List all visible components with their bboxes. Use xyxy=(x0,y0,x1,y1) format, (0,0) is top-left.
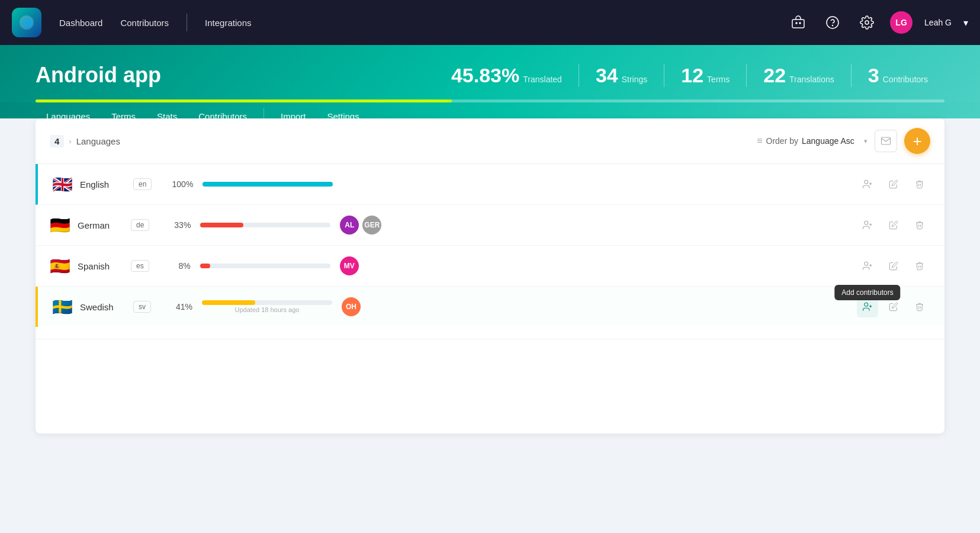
flag-german: 🇩🇪 xyxy=(50,216,70,235)
language-rows-container: 🇬🇧 English en 100% xyxy=(36,164,944,327)
svg-point-3 xyxy=(796,23,797,24)
stat-terms: 12 Terms xyxy=(664,64,747,87)
project-progress-bar xyxy=(36,99,944,102)
delete-button-german[interactable] xyxy=(909,214,930,236)
language-code-english: en xyxy=(133,178,152,190)
stat-translated: 45.83% Translated xyxy=(435,64,579,87)
add-contributor-tooltip-wrap: Add contributors xyxy=(857,255,878,277)
language-code-spanish: es xyxy=(131,260,149,272)
edit-button-spanish[interactable] xyxy=(883,255,904,277)
language-code-german: de xyxy=(131,219,149,231)
panel-actions: ≡ Order by Language Asc Language Desc Pr… xyxy=(757,128,930,154)
translations-num: 22 xyxy=(763,64,786,87)
progress-fill-spanish xyxy=(200,264,211,268)
cart-icon-button[interactable] xyxy=(787,11,809,34)
nav-integrations[interactable]: Integrations xyxy=(205,18,251,28)
delete-button-spanish[interactable] xyxy=(909,255,930,277)
add-contributor-button-german[interactable] xyxy=(857,214,878,236)
contributors-swedish: OH xyxy=(342,297,847,316)
language-actions-english xyxy=(857,174,930,195)
help-icon-button[interactable] xyxy=(821,11,844,34)
order-select[interactable]: Language Asc Language Desc Progress Asc … xyxy=(802,136,860,146)
user-dropdown-chevron[interactable]: ▾ xyxy=(963,17,968,28)
strings-label: Strings xyxy=(622,75,648,84)
translations-label: Translations xyxy=(789,75,834,84)
app-logo: 🌐 xyxy=(12,8,41,37)
edit-button-swedish[interactable] xyxy=(883,296,904,317)
header-top: Android app 45.83% Translated 34 Strings… xyxy=(36,63,944,88)
contributors-german: AL GER xyxy=(340,216,847,235)
top-navigation: 🌐 Dashboard Contributors Integrations LG… xyxy=(0,0,980,45)
svg-point-13 xyxy=(865,262,868,265)
tab-settings[interactable]: Settings xyxy=(317,102,370,130)
svg-text:🌐: 🌐 xyxy=(23,18,33,28)
order-icon: ≡ xyxy=(757,136,762,146)
nav-contributors[interactable]: Contributors xyxy=(120,18,169,28)
nav-right: LG Leah G ▾ xyxy=(787,11,968,34)
settings-icon-button[interactable] xyxy=(856,11,878,34)
stat-strings: 34 Strings xyxy=(579,64,664,87)
progress-fill-german xyxy=(200,223,243,227)
user-avatar[interactable]: LG xyxy=(890,11,912,34)
delete-button-swedish[interactable] xyxy=(909,296,930,317)
language-name-english: English xyxy=(80,179,127,190)
language-pct-german: 33% xyxy=(161,220,191,230)
panel-empty-area xyxy=(36,339,944,434)
add-language-button[interactable]: + xyxy=(904,128,930,154)
user-name[interactable]: Leah G xyxy=(924,18,952,27)
translated-label: Translated xyxy=(523,75,562,84)
strings-num: 34 xyxy=(596,64,618,87)
flag-spanish: 🇪🇸 xyxy=(50,256,70,276)
flag-english: 🇬🇧 xyxy=(52,175,73,194)
contributors-spanish: MV xyxy=(340,256,847,275)
tab-languages[interactable]: Languages xyxy=(36,102,101,130)
svg-point-16 xyxy=(865,303,868,306)
stat-translations: 22 Translations xyxy=(747,64,852,87)
progress-bar-german xyxy=(200,223,330,227)
nav-dashboard[interactable]: Dashboard xyxy=(59,18,102,28)
contributor-avatar-al: AL xyxy=(340,216,359,235)
tab-import[interactable]: Import xyxy=(270,102,317,130)
language-pct-english: 100% xyxy=(163,179,193,189)
contributors-label: Contributors xyxy=(883,75,928,84)
project-title: Android app xyxy=(36,63,161,88)
language-row: 🇩🇪 German de 33% AL GER xyxy=(36,205,944,246)
nav-divider xyxy=(187,14,187,31)
progress-bar-swedish xyxy=(202,300,332,305)
language-pct-spanish: 8% xyxy=(161,261,191,271)
mail-button[interactable] xyxy=(875,130,897,152)
add-contributor-button-swedish[interactable] xyxy=(857,296,878,317)
language-name-swedish: Swedish xyxy=(80,302,127,312)
language-row: 🇪🇸 Spanish es 8% MV Add contributors xyxy=(36,246,944,287)
header-banner: Android app 45.83% Translated 34 Strings… xyxy=(0,45,980,102)
svg-point-4 xyxy=(799,23,801,24)
language-row: 🇸🇪 Swedish sv 41% Updated 18 hours ago O… xyxy=(36,287,944,327)
language-pct-swedish: 41% xyxy=(163,302,192,312)
language-name-german: German xyxy=(78,220,125,230)
tab-stats[interactable]: Stats xyxy=(146,102,188,130)
languages-panel: 4 › Languages ≡ Order by Language Asc La… xyxy=(36,118,944,434)
progress-fill-english xyxy=(203,182,333,187)
tab-terms[interactable]: Terms xyxy=(101,102,146,130)
add-contributor-button-english[interactable] xyxy=(857,174,878,195)
contributor-avatar-ger: GER xyxy=(362,216,381,235)
language-code-swedish: sv xyxy=(133,301,151,313)
edit-button-english[interactable] xyxy=(883,174,904,195)
breadcrumb-label: Languages xyxy=(76,136,120,146)
language-actions-swedish xyxy=(857,296,930,317)
svg-point-6 xyxy=(833,25,833,26)
delete-button-english[interactable] xyxy=(909,174,930,195)
last-updated-swedish: Updated 18 hours ago xyxy=(202,306,332,313)
progress-bar-fill xyxy=(36,99,452,102)
edit-button-german[interactable] xyxy=(883,214,904,236)
progress-bar-spanish xyxy=(200,264,330,268)
add-contributor-button-spanish[interactable] xyxy=(857,255,878,277)
main-content: 4 › Languages ≡ Order by Language Asc La… xyxy=(0,118,980,457)
tab-contributors[interactable]: Contributors xyxy=(188,102,258,130)
breadcrumb: 4 › Languages xyxy=(50,135,120,147)
breadcrumb-chevron-icon: › xyxy=(69,137,71,146)
contributor-avatar-mv: MV xyxy=(340,256,359,275)
contributor-avatar-oh: OH xyxy=(342,297,361,316)
order-by-label: Order by xyxy=(766,136,798,146)
terms-label: Terms xyxy=(707,75,730,84)
